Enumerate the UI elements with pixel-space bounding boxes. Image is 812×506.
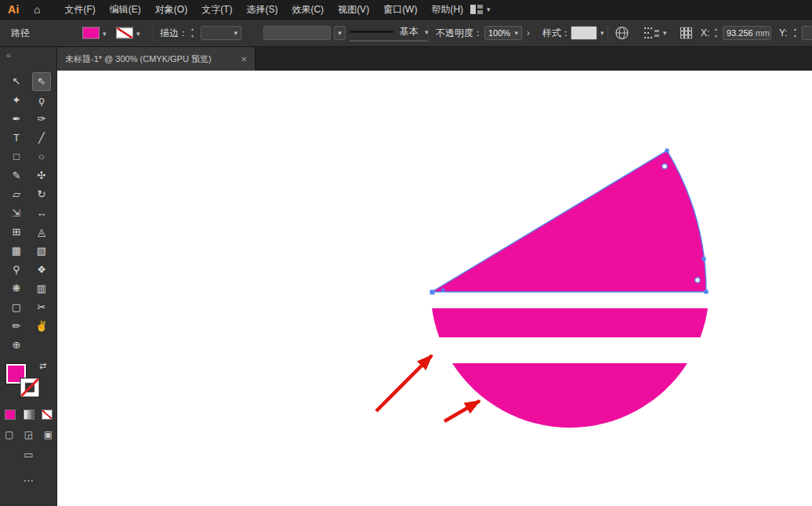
swap-fill-stroke-button[interactable]: ⇄ (39, 361, 46, 371)
ellipse-tool[interactable]: ○ (32, 147, 51, 166)
workspace-switcher[interactable]: ▾ (470, 0, 491, 19)
draw-mode-behind[interactable]: ◲ (24, 429, 33, 440)
tools-grid: ↖⇖✦ϙ✒✑T╱□○✎✣▱↻⇲↔⊞◬▦▧⚲❖❋▥▢✂✏✌⊕ (7, 72, 51, 355)
type-tool[interactable]: T (7, 129, 26, 147)
corner-widget (695, 278, 700, 282)
menu-item-f[interactable]: 文件(F) (57, 0, 102, 19)
magic-wand-tool[interactable]: ✦ (7, 91, 26, 110)
x-input[interactable]: 93.256 mm (723, 26, 771, 40)
blend-tool[interactable]: ❖ (32, 260, 51, 279)
align-options-icon[interactable]: ▾ (644, 27, 667, 38)
slice-tool[interactable]: ✂ (32, 298, 51, 317)
fill-color-swatch[interactable]: ▾ (82, 27, 107, 39)
line-segment-tool[interactable]: ╱ (32, 129, 51, 147)
symbol-sprayer-tool[interactable]: ❋ (7, 279, 26, 298)
illustrator-window: Ai ⌂ 文件(F)编辑(E)对象(O)文字(T)选择(S)效果(C)视图(V)… (0, 0, 812, 506)
eyedropper-tool[interactable]: ⚲ (7, 260, 26, 279)
menu-item-t[interactable]: 文字(T) (194, 0, 239, 19)
x-stepper[interactable]: ▲▼ (714, 27, 718, 38)
menu-item-o[interactable]: 对象(O) (148, 0, 194, 19)
selection-type-label: 路径 (11, 27, 30, 40)
column-graph-tool[interactable]: ▥ (32, 279, 51, 298)
pencil-tool[interactable]: ✏ (7, 317, 26, 336)
panel-collapse-button[interactable]: « (6, 50, 11, 60)
artboard-tool[interactable]: ▢ (7, 298, 26, 317)
lasso-tool[interactable]: ϙ (32, 91, 51, 110)
rotate-tool[interactable]: ↻ (32, 185, 51, 204)
menu-item-s[interactable]: 选择(S) (239, 0, 285, 19)
stroke-style-value: 基本 (400, 25, 419, 38)
chevron-down-icon: ▾ (103, 29, 107, 37)
screen-mode-button[interactable]: ▭ (0, 449, 57, 460)
brush-definition-select[interactable]: ▾ (263, 26, 346, 40)
shaper-tool[interactable]: ✣ (32, 166, 51, 185)
divider (153, 25, 154, 42)
stroke-none-swatch (116, 27, 133, 39)
direct-selection-tool[interactable]: ⇖ (32, 72, 51, 91)
menu-item-w[interactable]: 窗口(W) (376, 0, 424, 19)
mesh-tool[interactable]: ▦ (7, 242, 26, 260)
stroke-weight-stepper[interactable]: ▲▼ (190, 27, 194, 38)
tab-close-icon[interactable]: × (241, 53, 247, 65)
artwork (57, 71, 812, 506)
anchor-point (702, 257, 706, 261)
menu-item-e[interactable]: 编辑(E) (103, 0, 148, 19)
chevron-down-icon: ▾ (487, 5, 491, 13)
scale-tool[interactable]: ⇲ (7, 204, 26, 223)
gradient-tool[interactable]: ▧ (32, 242, 51, 260)
anchor-point (705, 290, 709, 294)
shape-builder-tool[interactable]: ⊞ (7, 223, 26, 242)
rectangle-tool[interactable]: □ (7, 147, 26, 166)
stroke-weight-select[interactable]: ▾ (201, 26, 241, 40)
chevron-down-icon: ▾ (136, 29, 140, 37)
zoom-tool[interactable]: ⊕ (7, 336, 26, 355)
style-label: 样式： (542, 27, 571, 40)
paintbrush-tool[interactable]: ✎ (7, 166, 26, 185)
transform-grid-icon[interactable] (680, 27, 692, 39)
globe-icon[interactable] (615, 27, 629, 40)
tool-panel: « ↖⇖✦ϙ✒✑T╱□○✎✣▱↻⇲↔⊞◬▦▧⚲❖❋▥▢✂✏✌⊕ ⇄ ▢ ◲ ▣ … (0, 47, 57, 506)
stroke-style-select[interactable]: 基本 ▾ (350, 25, 429, 42)
canvas[interactable] (57, 71, 812, 506)
stroke-color-swatch[interactable]: ▾ (116, 27, 140, 39)
opacity-flyout-button[interactable]: › (527, 27, 530, 38)
corner-widget (662, 164, 667, 169)
eraser-tool[interactable]: ▱ (7, 185, 26, 204)
menu-bar: Ai ⌂ 文件(F)编辑(E)对象(O)文字(T)选择(S)效果(C)视图(V)… (0, 0, 812, 19)
color-mode-button[interactable] (5, 410, 16, 420)
anchor-point (441, 289, 444, 292)
y-stepper[interactable]: ▲▼ (793, 27, 797, 38)
menu-item-v[interactable]: 视图(V) (331, 0, 376, 19)
curvature-tool[interactable]: ✑ (32, 110, 51, 129)
x-unit: mm (756, 28, 770, 38)
draw-mode-buttons: ▢ ◲ ▣ (5, 429, 53, 440)
opacity-select[interactable]: 100% ▾ (484, 26, 522, 40)
home-icon[interactable]: ⌂ (34, 3, 40, 16)
artwork-middle-band[interactable] (432, 308, 708, 337)
document-tab[interactable]: 未标题-1* @ 300% (CMYK/GPU 预览) × (57, 47, 256, 71)
x-value: 93.256 (727, 28, 753, 38)
anchor-point (430, 290, 435, 295)
menu: 文件(F)编辑(E)对象(O)文字(T)选择(S)效果(C)视图(V)窗口(W)… (57, 0, 470, 19)
draw-mode-inside[interactable]: ▣ (44, 429, 53, 440)
y-input[interactable] (802, 26, 812, 40)
document-tab-title: 未标题-1* @ 300% (CMYK/GPU 预览) (65, 53, 212, 65)
style-select[interactable]: ▾ (571, 26, 604, 40)
perspective-grid-tool[interactable]: ◬ (32, 223, 51, 242)
menu-item-c[interactable]: 效果(C) (285, 0, 331, 19)
gradient-mode-button[interactable] (24, 410, 34, 420)
artwork-sector[interactable] (432, 151, 706, 292)
app-logo[interactable]: Ai (8, 3, 20, 16)
color-mode-buttons (5, 410, 53, 420)
selection-tool[interactable]: ↖ (7, 72, 26, 91)
opacity-label: 不透明度： (436, 27, 483, 40)
hand-tool[interactable]: ✌ (32, 317, 51, 336)
menu-item-h[interactable]: 帮助(H) (424, 0, 470, 19)
pen-tool[interactable]: ✒ (7, 110, 26, 129)
width-tool[interactable]: ↔ (32, 204, 51, 223)
artwork-bottom-segment[interactable] (452, 363, 687, 428)
none-mode-button[interactable] (42, 410, 53, 420)
edit-toolbar-button[interactable]: ⋯ (0, 474, 57, 486)
stroke-swatch[interactable] (20, 377, 40, 398)
draw-mode-normal[interactable]: ▢ (5, 429, 13, 440)
